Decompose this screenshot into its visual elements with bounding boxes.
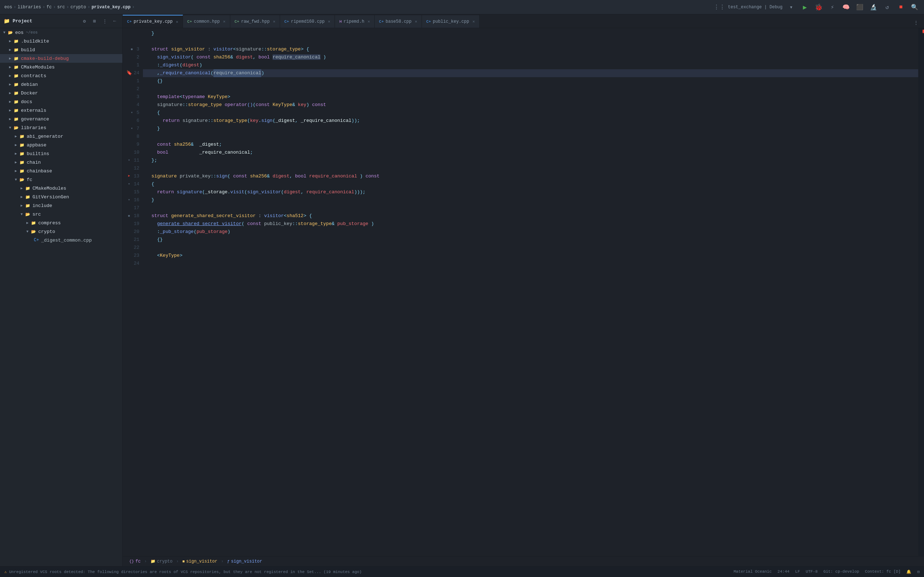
- tree-item-cmake-build-debug[interactable]: ▶ 📁 cmake-build-debug: [0, 54, 122, 63]
- breadcrumb-file[interactable]: private_key.cpp: [92, 5, 131, 10]
- tree-item-crypto[interactable]: ▼ 📂 crypto: [0, 227, 122, 236]
- code-line: struct sign_visitor : visitor<signature:…: [143, 45, 918, 53]
- breadcrumb-src[interactable]: src: [57, 5, 65, 10]
- tree-item-appbase[interactable]: ▶ 📁 appbase: [0, 141, 122, 149]
- tab-icon-hpp2: C+: [234, 19, 239, 24]
- tree-item-chainbase[interactable]: ▶ 📁 chainbase: [0, 167, 122, 175]
- tab-close-private-key[interactable]: ✕: [176, 19, 178, 24]
- status-line-sep[interactable]: LF: [795, 569, 800, 574]
- status-git[interactable]: Git: cp-develop: [823, 569, 859, 574]
- tab-ripemd[interactable]: H ripemd.h ✕: [335, 15, 375, 28]
- rerun-button[interactable]: ↺: [882, 2, 892, 12]
- search-button[interactable]: 🔍: [909, 2, 920, 12]
- status-encoding[interactable]: UTF-8: [806, 569, 817, 574]
- tab-close-base58[interactable]: ✕: [415, 19, 417, 24]
- tree-item-buildkite[interactable]: ▶ 📁 .buildkite: [0, 37, 122, 45]
- tree-item-contracts[interactable]: ▶ 📁 contracts: [0, 71, 122, 80]
- tab-public-key[interactable]: C+ public_key.cpp ✕: [422, 15, 480, 28]
- status-position[interactable]: 24:44: [777, 569, 789, 574]
- bc-namespace-icon: {}: [129, 559, 134, 564]
- project-label: test_exchange | Debug: [728, 5, 782, 10]
- breadcrumb-eos[interactable]: eos: [4, 5, 12, 10]
- tree-item-docker[interactable]: ▶ 📁 Docker: [0, 89, 122, 97]
- tab-raw-fwd[interactable]: C+ raw_fwd.hpp ✕: [230, 15, 280, 28]
- code-line: [143, 204, 918, 212]
- code-editor[interactable]: } struct sign_visitor : visitor<signatur…: [143, 28, 918, 556]
- tab-icon-hpp: C+: [187, 19, 192, 24]
- tree-item-fc[interactable]: ▼ 📂 fc: [0, 175, 122, 184]
- tab-close-ripemd[interactable]: ✕: [367, 19, 370, 24]
- tab-base58[interactable]: C+ base58.cpp ✕: [375, 15, 422, 28]
- memory-button[interactable]: 🧠: [841, 2, 851, 12]
- breadcrumb-libraries[interactable]: libraries: [18, 5, 41, 10]
- dropdown-icon[interactable]: ▾: [786, 2, 796, 12]
- tree-item-gitversiongen[interactable]: ▶ 📁 GitVersionGen: [0, 193, 122, 201]
- tree-item-builtins[interactable]: ▶ 📁 builtins: [0, 149, 122, 158]
- sidebar-close-icon[interactable]: ←: [111, 17, 119, 25]
- tree-item-abi-generator[interactable]: ▶ 📁 abi_generator: [0, 132, 122, 141]
- tree-item-digest-common[interactable]: C+ _digest_common.cpp: [0, 236, 122, 245]
- tree-item-eos[interactable]: ▼ 📂 eos ~/eos: [0, 28, 122, 37]
- main-layout: 📁 Project ⚙ ⊞ ⋮ ← ▼ 📂 eos ~/eos ▶ 📁 .bui…: [0, 15, 924, 566]
- run-button[interactable]: ▶: [800, 2, 810, 12]
- tab-ripemd160[interactable]: C+ ripemd160.cpp ✕: [280, 15, 335, 28]
- code-line: [143, 133, 918, 141]
- status-indent-icon[interactable]: ⊟: [917, 569, 920, 574]
- tree-item-libraries[interactable]: ▼ 📂 libraries: [0, 123, 122, 132]
- bc-item-sign-visitor-fn[interactable]: ƒ sign_visitor: [225, 558, 264, 565]
- valgrind-button[interactable]: 🔬: [868, 2, 879, 12]
- warning-icon: ⚠: [4, 570, 7, 574]
- tab-label-base58: base58.cpp: [386, 19, 412, 24]
- bc-item-crypto[interactable]: 📁 crypto: [149, 558, 175, 565]
- code-line: }: [143, 29, 918, 37]
- tree-item-src[interactable]: ▼ 📂 src: [0, 210, 122, 219]
- breadcrumb-fc[interactable]: fc: [47, 5, 52, 10]
- sidebar-collapse-icon[interactable]: ⋮: [101, 17, 109, 25]
- breadcrumb-crypto[interactable]: crypto: [70, 5, 86, 10]
- tree-item-debian[interactable]: ▶ 📁 debian: [0, 80, 122, 89]
- tab-icon-cpp2: C+: [284, 19, 289, 24]
- code-line: sign_visitor( const sha256& digest, bool…: [143, 53, 918, 61]
- tree-item-compress[interactable]: ▶ 📁 compress: [0, 219, 122, 227]
- stop-button[interactable]: ■: [896, 2, 906, 12]
- status-warning[interactable]: ⚠ Unregistered VCS roots detected: The f…: [4, 569, 728, 574]
- tree-item-docs[interactable]: ▶ 📁 docs: [0, 97, 122, 106]
- tree-item-externals[interactable]: ▶ 📁 externals: [0, 106, 122, 115]
- editor-content: ●3 2 1 🔖24 1 2 3 4 ▾5 6 ▾7 8 9 10 ▾11 12…: [123, 28, 924, 556]
- code-line: generate_shared_secret_visitor( const pu…: [143, 220, 918, 228]
- tab-close-raw-fwd[interactable]: ✕: [273, 19, 275, 24]
- tab-icon-cpp3: C+: [379, 19, 384, 24]
- bc-item-sign-visitor[interactable]: ■ sign_visitor: [180, 558, 220, 565]
- sidebar-filter-icon[interactable]: ⊞: [90, 17, 99, 25]
- code-line: return signature(_storage.visit(sign_vis…: [143, 188, 918, 196]
- tab-close-ripemd160[interactable]: ✕: [328, 19, 331, 24]
- bc-item-fc[interactable]: {} fc: [127, 558, 143, 565]
- tree-item-cmakemodules2[interactable]: ▶ 📁 CMakeModules: [0, 184, 122, 193]
- tab-bar: C+ private_key.cpp ✕ C+ common.hpp ✕ C+ …: [123, 15, 924, 28]
- tree-item-cmakemodules[interactable]: ▶ 📁 CMakeModules: [0, 63, 122, 71]
- debug-button[interactable]: 🐞: [814, 2, 824, 12]
- apps-icon[interactable]: ⋮⋮: [714, 2, 724, 12]
- tab-label-ripemd160: ripemd160.cpp: [291, 19, 325, 24]
- tab-close-public-key[interactable]: ✕: [472, 19, 475, 24]
- tab-private-key[interactable]: C+ private_key.cpp ✕: [123, 15, 183, 28]
- status-theme[interactable]: Material Oceanic: [733, 569, 772, 574]
- tab-icon-cpp: C+: [127, 19, 132, 24]
- status-notifications-icon[interactable]: 🔔: [906, 569, 911, 574]
- code-line: {}: [143, 77, 918, 85]
- tab-close-common[interactable]: ✕: [223, 19, 226, 24]
- bc-label-sign-visitor: sign_visitor: [186, 559, 217, 564]
- tab-common[interactable]: C+ common.hpp ✕: [183, 15, 230, 28]
- code-line: [143, 37, 918, 45]
- code-line: :_pub_storage(pub_storage): [143, 228, 918, 236]
- tab-more-button[interactable]: ⋮: [911, 18, 921, 28]
- status-context[interactable]: Context: fc [D]: [865, 569, 901, 574]
- tree-item-governance[interactable]: ▶ 📁 governance: [0, 115, 122, 123]
- code-line: [143, 259, 918, 268]
- coverage-button[interactable]: ⬛: [855, 2, 865, 12]
- tree-item-build[interactable]: ▶ 📁 build: [0, 45, 122, 54]
- profile-button[interactable]: ⚡: [827, 2, 837, 12]
- sidebar-settings-icon[interactable]: ⚙: [81, 17, 89, 25]
- tree-item-include[interactable]: ▶ 📁 include: [0, 201, 122, 210]
- tree-item-chain[interactable]: ▶ 📁 chain: [0, 158, 122, 167]
